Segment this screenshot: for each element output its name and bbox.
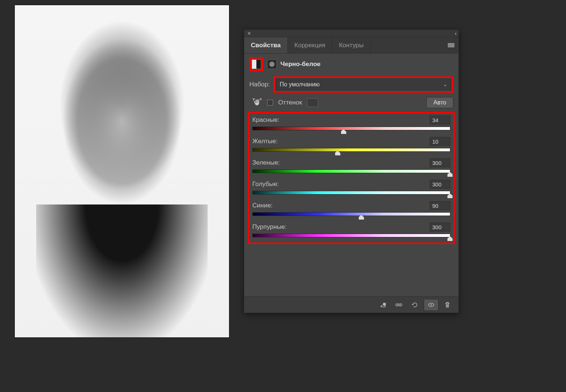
slider-thumb[interactable] xyxy=(358,215,364,220)
targeted-adjustment-tool-icon[interactable] xyxy=(252,98,262,107)
svg-point-2 xyxy=(397,304,398,305)
tint-row: Оттенок Авто xyxy=(244,97,458,112)
slider-value-input[interactable]: 90 xyxy=(430,201,450,210)
tab-label: Контуры xyxy=(339,42,364,49)
highlight-box: Красные:34Желтые:10Зеленые:300Голубые:30… xyxy=(248,112,455,244)
close-icon[interactable]: ✕ xyxy=(247,31,251,36)
slider-value-input[interactable]: 300 xyxy=(430,223,450,231)
color-slider-group: Синие:90 xyxy=(252,201,450,216)
slider-track[interactable] xyxy=(252,212,450,216)
reset-icon[interactable] xyxy=(408,299,422,311)
auto-button[interactable]: Авто xyxy=(426,97,453,108)
tint-label: Оттенок xyxy=(278,99,302,106)
slider-thumb[interactable] xyxy=(335,151,341,156)
tint-checkbox[interactable] xyxy=(267,100,273,106)
tab-paths[interactable]: Контуры xyxy=(332,37,371,53)
tab-label: Свойства xyxy=(251,42,281,49)
preset-value: По умолчанию xyxy=(280,81,320,88)
black-white-adjustment-icon[interactable] xyxy=(252,59,261,69)
slider-thumb[interactable] xyxy=(341,129,347,134)
layer-mask-icon[interactable] xyxy=(267,59,277,69)
preset-row: Набор: По умолчанию ⌄ xyxy=(244,76,458,97)
view-previous-state-icon[interactable] xyxy=(391,299,406,311)
svg-point-6 xyxy=(430,304,432,306)
slider-label: Желтые: xyxy=(252,138,277,145)
tint-color-swatch[interactable] xyxy=(307,98,318,107)
chevron-down-icon: ⌄ xyxy=(443,82,447,87)
slider-track[interactable] xyxy=(252,127,450,130)
tabs-row: Свойства Коррекция Контуры xyxy=(244,37,458,54)
color-slider-group: Зеленые:300 xyxy=(252,158,450,173)
highlight-box xyxy=(249,57,263,71)
slider-track[interactable] xyxy=(252,148,450,152)
svg-point-4 xyxy=(400,304,401,305)
document-canvas[interactable] xyxy=(15,5,229,337)
properties-panel: ✕ ‹‹ Свойства Коррекция Контуры Черно-бе… xyxy=(244,30,459,313)
slider-value-input[interactable]: 300 xyxy=(430,180,450,189)
adjustment-title-row: Черно-белое xyxy=(244,54,458,76)
adjustment-title: Черно-белое xyxy=(280,61,320,68)
preset-label: Набор: xyxy=(249,81,270,88)
slider-thumb[interactable] xyxy=(447,172,453,177)
slider-thumb[interactable] xyxy=(447,236,453,241)
color-slider-group: Желтые:10 xyxy=(252,137,450,152)
slider-label: Синие: xyxy=(252,202,273,209)
slider-track[interactable] xyxy=(252,169,450,173)
slider-label: Зеленые: xyxy=(252,159,280,166)
color-slider-group: Красные:34 xyxy=(252,116,450,130)
slider-value-input[interactable]: 10 xyxy=(430,137,450,146)
tab-properties[interactable]: Свойства xyxy=(244,37,288,53)
slider-value-input[interactable]: 300 xyxy=(430,158,450,167)
tab-label: Коррекция xyxy=(294,42,325,49)
tab-adjustments[interactable]: Коррекция xyxy=(288,37,333,53)
color-slider-group: Голубые:300 xyxy=(252,180,450,195)
panel-footer xyxy=(244,296,458,313)
collapse-icon[interactable]: ‹‹ xyxy=(455,31,456,36)
slider-thumb[interactable] xyxy=(447,193,453,199)
slider-label: Красные: xyxy=(252,116,279,124)
slider-track[interactable] xyxy=(252,191,450,195)
preset-select[interactable]: По умолчанию ⌄ xyxy=(276,79,451,90)
slider-label: Голубые: xyxy=(252,180,279,188)
color-slider-group: Пурпурные:300 xyxy=(252,223,450,237)
panel-menu-icon[interactable] xyxy=(444,37,458,53)
highlight-box: По умолчанию ⌄ xyxy=(273,76,453,93)
delete-icon[interactable] xyxy=(440,299,455,311)
slider-value-input[interactable]: 34 xyxy=(430,116,450,124)
slider-track[interactable] xyxy=(252,234,450,237)
toggle-visibility-icon[interactable] xyxy=(424,299,439,311)
svg-rect-0 xyxy=(383,303,386,305)
panel-header: ✕ ‹‹ xyxy=(244,30,458,37)
auto-button-label: Авто xyxy=(433,99,446,106)
slider-label: Пурпурные: xyxy=(252,223,287,231)
clip-to-layer-icon[interactable] xyxy=(375,299,390,311)
